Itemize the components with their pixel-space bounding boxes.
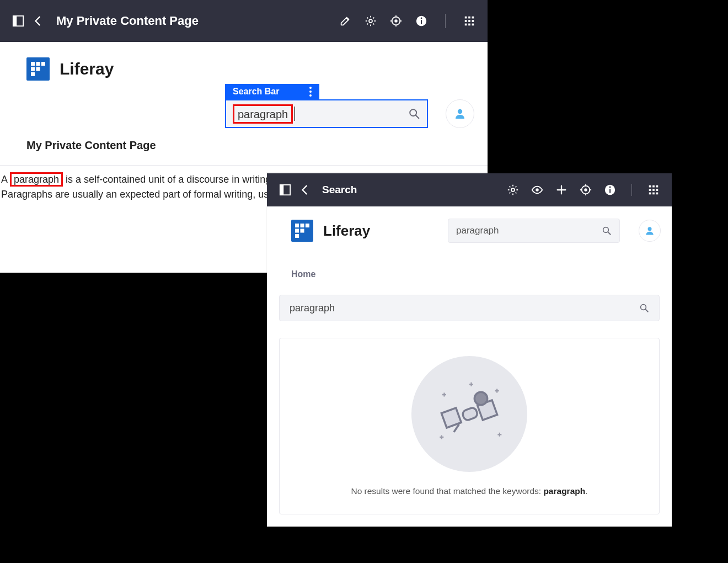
liferay-logo-icon[interactable]	[26, 57, 50, 81]
brand-row: Liferay paragraph	[267, 206, 672, 255]
panel-toggle-icon[interactable]	[12, 15, 24, 27]
para-highlight: paragraph	[10, 172, 63, 187]
brand-name: Liferay	[60, 60, 114, 78]
header-search-value: paragraph	[456, 225, 499, 236]
empty-msg-post: .	[585, 486, 587, 496]
empty-msg-keyword: paragraph	[543, 486, 585, 496]
search-bar-fragment[interactable]: Search Bar paragraph	[225, 84, 429, 128]
search-icon[interactable]	[639, 303, 649, 313]
toolbar-divider	[631, 184, 632, 196]
panel-search-results: Search Liferay paragraph Home paragraph	[267, 173, 672, 527]
svg-rect-28	[462, 407, 479, 421]
svg-point-29	[474, 392, 487, 405]
breadcrumb[interactable]: Home	[267, 255, 672, 289]
toolbar-divider	[445, 14, 446, 28]
page-title: Search	[322, 184, 357, 196]
results-search-value: paragraph	[290, 302, 335, 314]
simulation-icon[interactable]	[390, 15, 402, 27]
search-input-wrapper[interactable]: paragraph	[225, 99, 428, 128]
text-cursor	[294, 107, 295, 121]
apps-grid-icon[interactable]	[647, 184, 660, 196]
back-icon[interactable]	[299, 184, 311, 196]
user-icon	[644, 225, 655, 236]
fragment-options-icon[interactable]	[309, 87, 312, 97]
brand-name: Liferay	[323, 222, 370, 240]
empty-msg-pre: No results were found that matched the k…	[351, 486, 543, 496]
results-search-input[interactable]: paragraph	[279, 295, 660, 321]
back-icon[interactable]	[32, 15, 44, 27]
apps-grid-icon[interactable]	[463, 15, 475, 27]
info-icon[interactable]	[415, 15, 427, 27]
settings-icon[interactable]	[365, 15, 377, 27]
user-avatar-button[interactable]	[446, 99, 474, 128]
header-search-input[interactable]: paragraph	[448, 219, 620, 243]
content-heading: My Private Content Page	[0, 129, 488, 165]
para-pre: A	[1, 174, 7, 185]
add-icon[interactable]	[555, 184, 568, 196]
search-toolbar: Search	[267, 173, 672, 206]
settings-icon[interactable]	[507, 184, 519, 196]
empty-state-illustration	[411, 356, 527, 472]
editor-toolbar: My Private Content Page	[0, 0, 488, 42]
edit-icon[interactable]	[339, 15, 351, 27]
preview-icon[interactable]	[531, 184, 543, 196]
fragment-label[interactable]: Search Bar	[225, 84, 319, 99]
page-title: My Private Content Page	[56, 14, 199, 28]
simulation-icon[interactable]	[580, 184, 592, 196]
fragment-label-text: Search Bar	[233, 87, 280, 97]
search-input-highlight: paragraph	[233, 104, 293, 124]
search-input-value[interactable]: paragraph	[238, 108, 288, 120]
user-icon	[453, 107, 467, 120]
search-icon[interactable]	[408, 108, 420, 120]
search-icon[interactable]	[602, 226, 612, 236]
panel-toggle-icon[interactable]	[279, 184, 291, 196]
results-panel: No results were found that matched the k…	[279, 338, 660, 514]
liferay-logo-icon[interactable]	[291, 220, 313, 242]
empty-state-text: No results were found that matched the k…	[351, 486, 587, 496]
info-icon[interactable]	[604, 184, 616, 196]
user-avatar-button[interactable]	[639, 220, 661, 242]
